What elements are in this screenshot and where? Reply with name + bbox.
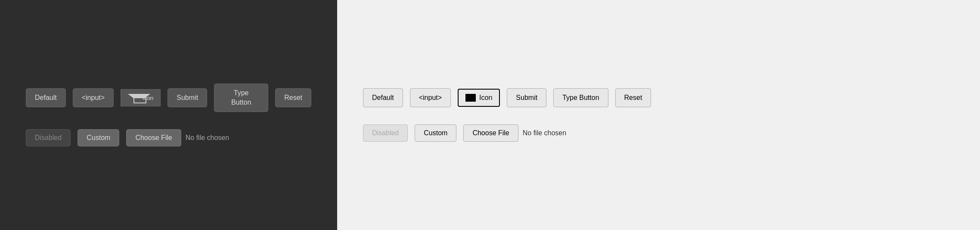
light-row-1: Default <input> Icon Submit Type Button … [363,88,954,107]
envelope-icon [128,94,139,102]
dark-custom-button[interactable]: Custom [78,129,119,146]
light-submit-button[interactable]: Submit [507,88,546,107]
light-reset-button[interactable]: Reset [615,88,651,107]
light-custom-button[interactable]: Custom [415,124,456,142]
light-default-button[interactable]: Default [363,88,403,107]
black-square-icon [465,94,476,102]
light-input-button[interactable]: <input> [410,88,451,107]
light-disabled-button: Disabled [363,124,408,142]
dark-no-file-text: No file chosen [186,134,229,142]
dark-panel: Default <input> Icon Submit Type Button … [0,0,337,230]
dark-choose-file-button[interactable]: Choose File [126,129,181,146]
light-panel: Default <input> Icon Submit Type Button … [337,0,980,230]
light-icon-button[interactable]: Icon [458,89,500,107]
dark-icon-button[interactable]: Icon [121,89,161,106]
dark-submit-button[interactable]: Submit [167,88,207,107]
light-icon-label: Icon [479,94,492,102]
dark-row-2: Disabled Custom Choose File No file chos… [26,129,311,146]
light-type-button[interactable]: Type Button [553,88,608,107]
light-file-input: Choose File No file chosen [463,124,566,142]
dark-row-1: Default <input> Icon Submit Type Button … [26,84,311,112]
dark-input-button[interactable]: <input> [73,88,114,107]
dark-file-input: Choose File No file chosen [126,129,229,146]
dark-disabled-button: Disabled [26,129,71,146]
dark-type-button[interactable]: Type Button [214,84,268,112]
dark-default-button[interactable]: Default [26,88,66,107]
light-choose-file-button[interactable]: Choose File [463,124,518,142]
dark-reset-button[interactable]: Reset [275,88,311,107]
light-row-2: Disabled Custom Choose File No file chos… [363,124,954,142]
light-no-file-text: No file chosen [523,129,566,137]
